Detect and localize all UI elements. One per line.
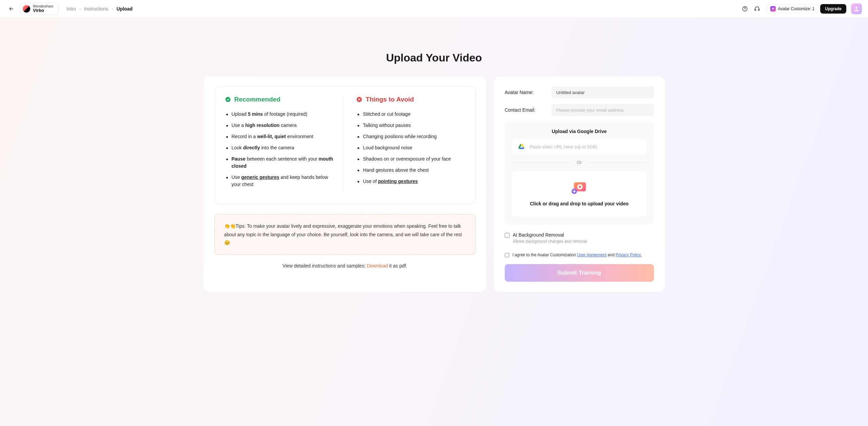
- page-title: Upload Your Video: [204, 52, 665, 64]
- list-item: Use generic gestures and keep hands belo…: [225, 174, 334, 188]
- guidelines-card: Recommended Upload 5 mins of footage (re…: [204, 76, 486, 292]
- list-item: Record in a well-lit, quiet environment: [225, 133, 334, 140]
- video-upload-icon: [570, 180, 589, 196]
- download-suffix: it as pdf.: [388, 263, 407, 268]
- avatar-name-label: Avatar Name:: [505, 90, 545, 95]
- avatar-customize-label: Avatar Customize: 1: [778, 6, 814, 11]
- brand-logo[interactable]: Wondershare Virbo: [20, 3, 58, 15]
- crumb-instructions[interactable]: Instructions: [84, 6, 109, 12]
- tips-box: 👏👏Tips: To make your avatar lively and e…: [214, 214, 476, 255]
- user-avatar[interactable]: [851, 3, 862, 14]
- user-agreement-link[interactable]: User Agreement: [577, 253, 606, 257]
- svg-rect-4: [758, 9, 759, 11]
- crumb-upload: Upload: [116, 6, 132, 12]
- download-pdf-link[interactable]: Download: [367, 263, 388, 268]
- svg-marker-10: [519, 148, 524, 149]
- list-item: Talking without pauses: [356, 122, 465, 129]
- list-item: Use a high resolution camera: [225, 122, 334, 129]
- list-item: Upload 5 mins of footage (required): [225, 111, 334, 118]
- agree-mid: and: [606, 253, 616, 257]
- crumb-intro[interactable]: Intro: [66, 6, 76, 12]
- page: Upload Your Video Recommended Upload 5 m…: [190, 18, 678, 305]
- contact-email-input[interactable]: [552, 104, 654, 116]
- bg-removal-checkbox[interactable]: [505, 233, 509, 238]
- list-item: Loud background noise: [356, 144, 465, 151]
- x-circle-icon: [356, 96, 362, 103]
- download-line: View detailed instructions and samples: …: [214, 263, 476, 268]
- list-item: Pause between each sentence with your mo…: [225, 155, 334, 170]
- columns: Recommended Upload 5 mins of footage (re…: [204, 76, 665, 292]
- brand-bottom: Virbo: [33, 8, 53, 13]
- avoid-list: Stitched or cut footage Talking without …: [356, 111, 465, 185]
- or-separator: Or: [512, 160, 647, 165]
- or-label: Or: [577, 160, 581, 165]
- svg-point-5: [855, 7, 857, 9]
- list-item: Stitched or cut footage: [356, 111, 465, 118]
- recommended-heading-text: Recommended: [234, 96, 281, 103]
- avoid-heading: Things to Avoid: [356, 96, 465, 103]
- list-item: Hand gestures above the chest: [356, 167, 465, 174]
- gdrive-row: [512, 140, 647, 154]
- agree-row: I agree to the Avatar Customization User…: [505, 253, 654, 257]
- chevron-right-icon: ›: [79, 6, 81, 11]
- avoid-heading-text: Things to Avoid: [366, 96, 414, 103]
- list-item: Look directly into the camera: [225, 144, 334, 151]
- support-headset-button[interactable]: [752, 4, 762, 14]
- upload-card: Upload via Google Drive Or: [505, 122, 654, 225]
- agree-checkbox[interactable]: [505, 253, 509, 257]
- svg-rect-3: [755, 9, 756, 11]
- bg-removal-row: AI Background Removal Allows background …: [505, 232, 654, 244]
- back-button[interactable]: [6, 4, 16, 14]
- list-item: Changing positions while recording: [356, 133, 465, 140]
- list-item: Use of pointing gestures: [356, 178, 465, 185]
- svg-point-2: [745, 10, 745, 10]
- upgrade-button[interactable]: Upgrade: [820, 4, 846, 14]
- upload-subtitle: Upload via Google Drive: [512, 129, 647, 134]
- recommended-col: Recommended Upload 5 mins of footage (re…: [225, 96, 343, 192]
- video-dropzone[interactable]: Click or drag and drop to upload your vi…: [512, 171, 647, 217]
- avatar-name-input[interactable]: [552, 87, 654, 98]
- google-drive-icon: [518, 143, 525, 150]
- bg-removal-sub: Allows background changes and removal: [513, 239, 587, 244]
- agree-prefix: I agree to the Avatar Customization: [513, 253, 577, 257]
- contact-email-row: Contact Email:: [505, 104, 654, 116]
- agree-text: I agree to the Avatar Customization User…: [513, 253, 642, 257]
- breadcrumb: Intro › Instructions › Upload: [66, 6, 133, 12]
- app-header: Wondershare Virbo Intro › Instructions ›…: [0, 0, 868, 18]
- chevron-right-icon: ›: [112, 6, 113, 11]
- gdrive-url-input[interactable]: [530, 144, 641, 149]
- recommended-heading: Recommended: [225, 96, 334, 103]
- guidelines-box: Recommended Upload 5 mins of footage (re…: [214, 87, 476, 204]
- avatar-customize-pill[interactable]: Avatar Customize: 1: [767, 4, 818, 14]
- virbo-logo-icon: [23, 5, 30, 13]
- brand-text: Wondershare Virbo: [33, 5, 53, 13]
- privacy-policy-link[interactable]: Privacy Policy.: [616, 253, 642, 257]
- bg-removal-label[interactable]: AI Background Removal: [513, 232, 587, 238]
- avatar-name-row: Avatar Name:: [505, 87, 654, 98]
- checkmark-circle-icon: [225, 96, 231, 103]
- avatar-customize-icon: [770, 6, 776, 12]
- list-item: Shadows on or overexposure of your face: [356, 155, 465, 163]
- contact-email-label: Contact Email:: [505, 107, 545, 113]
- recommended-list: Upload 5 mins of footage (required) Use …: [225, 111, 334, 188]
- form-card: Avatar Name: Contact Email: Upload via G…: [494, 76, 665, 292]
- help-button[interactable]: [740, 4, 750, 14]
- submit-training-button[interactable]: Submit Training: [505, 264, 654, 282]
- dropzone-label: Click or drag and drop to upload your vi…: [530, 201, 629, 206]
- download-prefix: View detailed instructions and samples:: [283, 263, 367, 268]
- avoid-col: Things to Avoid Stitched or cut footage …: [343, 96, 465, 192]
